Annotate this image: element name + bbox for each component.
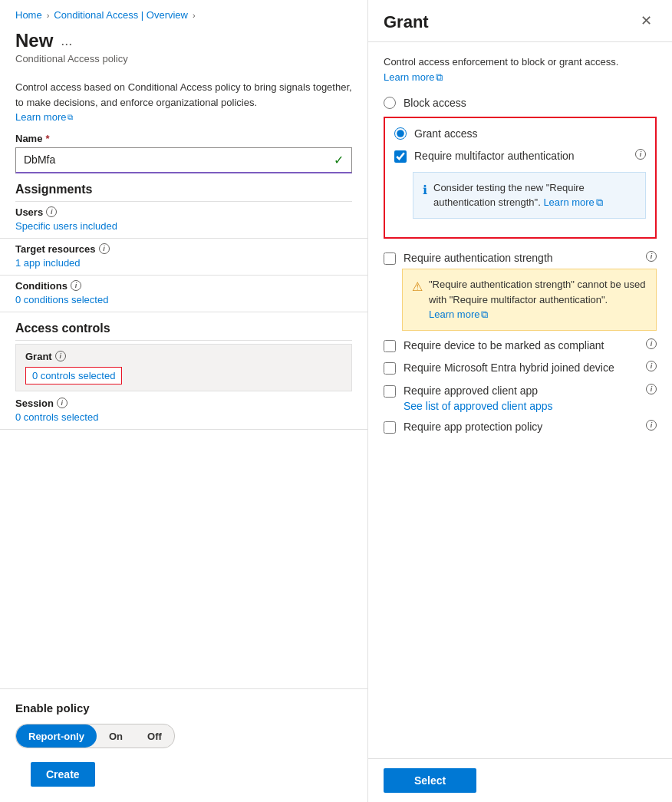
breadcrumb-conditional-access[interactable]: Conditional Access | Overview [54, 9, 188, 21]
access-controls-section-header: Access controls [0, 322, 367, 341]
session-info-icon[interactable]: i [57, 398, 68, 408]
mfa-info-icon[interactable]: i [635, 149, 646, 160]
page-title-ellipsis[interactable]: ... [61, 33, 72, 49]
mfa-ext-icon: ⧉ [596, 195, 603, 210]
panel-body: Control access enforcement to block or g… [368, 42, 672, 758]
users-info-icon[interactable]: i [46, 206, 57, 217]
grant-access-label: Grant access [414, 127, 477, 140]
conditions-value[interactable]: 0 conditions selected [15, 294, 108, 305]
block-access-radio[interactable] [384, 97, 396, 109]
required-indicator: * [45, 133, 49, 144]
session-value[interactable]: 0 controls selected [15, 411, 98, 423]
panel-header: Grant ✕ [368, 0, 672, 42]
require-device-compliant-checkbox[interactable] [384, 340, 396, 352]
grant-box-label: Grant i [25, 351, 342, 362]
require-approved-client-section: Require approved client app i See list o… [384, 384, 657, 413]
grant-access-radio[interactable] [394, 127, 407, 140]
hybrid-join-info-icon[interactable]: i [646, 361, 657, 371]
grant-access-box: Grant access Require multifactor authent… [384, 117, 657, 239]
grant-access-control: Grant i 0 controls selected [0, 341, 367, 391]
users-assignment[interactable]: Users i Specific users included [0, 202, 367, 239]
page-title: New [15, 30, 53, 51]
target-resources-assignment[interactable]: Target resources i 1 app included [0, 239, 367, 276]
name-input[interactable] [24, 153, 334, 166]
auth-strength-info-icon[interactable]: i [646, 251, 657, 262]
conditions-info-icon[interactable]: i [71, 280, 81, 291]
create-button-section: Create [0, 756, 367, 802]
app-protection-info-icon[interactable]: i [646, 420, 657, 431]
require-hybrid-join-option: Require Microsoft Entra hybrid joined de… [384, 361, 657, 376]
name-label: Name * [15, 133, 352, 144]
users-value[interactable]: Specific users included [15, 220, 117, 232]
require-approved-client-checkbox[interactable] [384, 385, 396, 398]
target-resources-label: Target resources i [15, 243, 352, 255]
left-panel: Home › Conditional Access | Overview › N… [0, 0, 368, 802]
grant-value[interactable]: 0 controls selected [25, 367, 122, 384]
page-subtitle: Conditional Access policy [15, 53, 352, 64]
require-app-protection-option: Require app protection policy i [384, 420, 657, 435]
warning-learn-more[interactable]: Learn more ⧉ [429, 307, 488, 322]
create-button[interactable]: Create [31, 762, 95, 787]
require-auth-strength-label: Require authentication strength [404, 251, 641, 266]
close-button[interactable]: ✕ [636, 11, 657, 31]
assignments-section-header: Assignments [0, 183, 367, 202]
info-circle-icon: ℹ [423, 181, 427, 200]
require-auth-strength-option: Require authentication strength i [384, 251, 657, 266]
conditions-label: Conditions i [15, 280, 352, 292]
approved-client-info-icon[interactable]: i [646, 384, 657, 394]
access-controls-title: Access controls [15, 322, 352, 335]
require-mfa-option: Require multifactor authentication i [394, 149, 646, 164]
page-title-row: New ... [15, 30, 352, 51]
conditions-assignment[interactable]: Conditions i 0 conditions selected [0, 276, 367, 312]
validation-check-icon: ✓ [334, 153, 344, 167]
name-input-wrapper: ✓ [15, 147, 352, 173]
users-label: Users i [15, 206, 352, 218]
session-label: Session i [15, 398, 352, 409]
breadcrumb-chevron-1: › [47, 11, 50, 20]
grant-panel: Grant ✕ Control access enforcement to bl… [368, 0, 672, 802]
auth-strength-warning-box: ⚠ "Require authentication strength" cann… [402, 269, 657, 331]
require-mfa-label: Require multifactor authentication [414, 149, 631, 164]
toggle-report-only[interactable]: Report-only [16, 724, 97, 748]
panel-footer: Select [368, 758, 672, 802]
require-approved-client-option: Require approved client app i [384, 384, 657, 399]
require-approved-client-label: Require approved client app [404, 384, 641, 399]
page-header: New ... Conditional Access policy [0, 27, 367, 71]
toggle-container: Report-only On Off [15, 724, 175, 748]
block-access-label: Block access [404, 97, 466, 109]
require-mfa-checkbox[interactable] [394, 150, 407, 163]
session-access-control[interactable]: Session i 0 controls selected [0, 391, 367, 430]
mfa-info-learn-more[interactable]: Learn more ⧉ [543, 195, 602, 210]
form-section: Name * ✓ [0, 133, 367, 173]
external-link-icon: ⧉ [68, 111, 73, 123]
assignments-title: Assignments [15, 183, 352, 196]
learn-more-link[interactable]: Learn more ⧉ [15, 110, 73, 125]
warning-ext-icon: ⧉ [481, 307, 488, 322]
panel-learn-more-link[interactable]: Learn more ⧉ [384, 70, 443, 85]
toggle-on[interactable]: On [97, 724, 135, 748]
approved-client-apps-link[interactable]: See list of approved client apps [404, 400, 553, 412]
target-resources-info-icon[interactable]: i [99, 243, 110, 254]
block-access-option[interactable]: Block access [384, 97, 657, 109]
breadcrumb-home[interactable]: Home [15, 9, 42, 21]
require-hybrid-join-checkbox[interactable] [384, 362, 396, 375]
select-button[interactable]: Select [384, 768, 476, 793]
target-resources-value[interactable]: 1 app included [15, 257, 81, 269]
breadcrumb: Home › Conditional Access | Overview › [0, 0, 367, 27]
require-app-protection-checkbox[interactable] [384, 421, 396, 434]
toggle-off[interactable]: Off [135, 724, 174, 748]
mfa-info-box: ℹ Consider testing the new "Require auth… [413, 172, 646, 219]
approved-client-link-row: See list of approved client apps [384, 400, 657, 412]
panel-description: Control access enforcement to block or g… [384, 54, 657, 84]
warning-triangle-icon: ⚠ [412, 278, 423, 296]
grant-access-option[interactable]: Grant access [394, 127, 646, 140]
grant-info-icon[interactable]: i [55, 351, 66, 361]
require-hybrid-join-label: Require Microsoft Entra hybrid joined de… [404, 361, 641, 376]
grant-box[interactable]: Grant i 0 controls selected [15, 344, 352, 391]
enable-policy-label: Enable policy [15, 701, 352, 715]
panel-ext-icon: ⧉ [436, 70, 443, 85]
spacer [0, 430, 367, 689]
enable-policy-section: Enable policy Report-only On Off [0, 688, 367, 756]
device-compliant-info-icon[interactable]: i [646, 338, 657, 349]
require-auth-strength-checkbox[interactable] [384, 252, 396, 265]
